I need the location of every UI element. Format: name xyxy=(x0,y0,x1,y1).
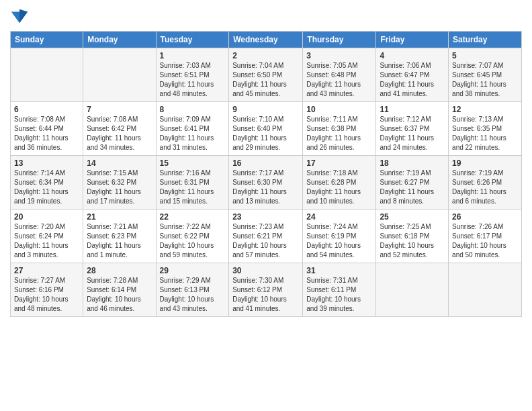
day-info: Sunrise: 7:15 AMSunset: 6:32 PMDaylight:… xyxy=(87,169,152,206)
calendar-cell: 21Sunrise: 7:21 AMSunset: 6:23 PMDayligh… xyxy=(83,210,156,263)
day-number: 25 xyxy=(380,212,445,222)
day-number: 28 xyxy=(87,266,152,275)
calendar-header-row: SundayMondayTuesdayWednesdayThursdayFrid… xyxy=(11,32,522,48)
day-number: 4 xyxy=(380,51,445,60)
calendar-cell: 10Sunrise: 7:11 AMSunset: 6:38 PMDayligh… xyxy=(303,102,376,156)
day-number: 19 xyxy=(452,158,518,168)
calendar-cell: 23Sunrise: 7:23 AMSunset: 6:21 PMDayligh… xyxy=(229,210,303,263)
day-info: Sunrise: 7:30 AMSunset: 6:12 PMDaylight:… xyxy=(232,276,299,314)
day-info: Sunrise: 7:13 AMSunset: 6:35 PMDaylight:… xyxy=(452,115,518,152)
day-number: 6 xyxy=(14,105,79,114)
calendar-cell: 25Sunrise: 7:25 AMSunset: 6:18 PMDayligh… xyxy=(376,210,449,263)
header xyxy=(10,7,522,26)
day-number: 23 xyxy=(232,212,299,222)
day-info: Sunrise: 7:24 AMSunset: 6:19 PMDaylight:… xyxy=(306,222,372,260)
calendar-cell: 14Sunrise: 7:15 AMSunset: 6:32 PMDayligh… xyxy=(83,156,156,210)
calendar-cell: 22Sunrise: 7:22 AMSunset: 6:22 PMDayligh… xyxy=(156,210,229,263)
day-number: 29 xyxy=(160,266,226,275)
day-info: Sunrise: 7:14 AMSunset: 6:34 PMDaylight:… xyxy=(14,169,79,206)
day-number: 21 xyxy=(87,212,152,222)
calendar-cell: 17Sunrise: 7:18 AMSunset: 6:28 PMDayligh… xyxy=(303,156,376,210)
calendar-cell: 20Sunrise: 7:20 AMSunset: 6:24 PMDayligh… xyxy=(11,210,83,263)
day-info: Sunrise: 7:04 AMSunset: 6:50 PMDaylight:… xyxy=(232,61,299,99)
calendar-cell: 26Sunrise: 7:26 AMSunset: 6:17 PMDayligh… xyxy=(449,210,522,263)
calendar: SundayMondayTuesdayWednesdayThursdayFrid… xyxy=(10,31,522,317)
day-info: Sunrise: 7:23 AMSunset: 6:21 PMDaylight:… xyxy=(232,222,299,260)
day-info: Sunrise: 7:18 AMSunset: 6:28 PMDaylight:… xyxy=(306,169,372,206)
day-info: Sunrise: 7:11 AMSunset: 6:38 PMDaylight:… xyxy=(306,115,372,152)
day-info: Sunrise: 7:09 AMSunset: 6:41 PMDaylight:… xyxy=(160,115,226,152)
day-info: Sunrise: 7:21 AMSunset: 6:23 PMDaylight:… xyxy=(87,222,152,260)
day-info: Sunrise: 7:17 AMSunset: 6:30 PMDaylight:… xyxy=(232,169,299,206)
calendar-cell xyxy=(11,48,83,102)
day-header-sunday: Sunday xyxy=(11,32,83,48)
calendar-cell: 15Sunrise: 7:16 AMSunset: 6:31 PMDayligh… xyxy=(156,156,229,210)
day-number: 26 xyxy=(452,212,518,222)
day-info: Sunrise: 7:08 AMSunset: 6:44 PMDaylight:… xyxy=(14,115,79,152)
calendar-cell xyxy=(83,48,156,102)
day-number: 12 xyxy=(452,105,518,114)
day-info: Sunrise: 7:22 AMSunset: 6:22 PMDaylight:… xyxy=(160,222,226,260)
calendar-week-2: 6Sunrise: 7:08 AMSunset: 6:44 PMDaylight… xyxy=(11,102,522,156)
day-number: 14 xyxy=(87,158,152,168)
day-number: 3 xyxy=(306,51,372,60)
calendar-cell: 4Sunrise: 7:06 AMSunset: 6:47 PMDaylight… xyxy=(376,48,449,102)
day-info: Sunrise: 7:12 AMSunset: 6:37 PMDaylight:… xyxy=(380,115,445,152)
day-info: Sunrise: 7:06 AMSunset: 6:47 PMDaylight:… xyxy=(380,61,445,99)
day-number: 16 xyxy=(232,158,299,168)
day-info: Sunrise: 7:20 AMSunset: 6:24 PMDaylight:… xyxy=(14,222,79,260)
calendar-cell: 31Sunrise: 7:31 AMSunset: 6:11 PMDayligh… xyxy=(303,263,376,317)
day-number: 20 xyxy=(14,212,79,222)
logo-icon xyxy=(10,7,29,26)
calendar-cell: 19Sunrise: 7:19 AMSunset: 6:26 PMDayligh… xyxy=(449,156,522,210)
calendar-cell: 30Sunrise: 7:30 AMSunset: 6:12 PMDayligh… xyxy=(229,263,303,317)
calendar-cell: 28Sunrise: 7:28 AMSunset: 6:14 PMDayligh… xyxy=(83,263,156,317)
day-number: 11 xyxy=(380,105,445,114)
svg-marker-1 xyxy=(19,9,28,24)
day-number: 10 xyxy=(306,105,372,114)
calendar-week-5: 27Sunrise: 7:27 AMSunset: 6:16 PMDayligh… xyxy=(11,263,522,317)
calendar-week-1: 1Sunrise: 7:03 AMSunset: 6:51 PMDaylight… xyxy=(11,48,522,102)
day-number: 27 xyxy=(14,266,79,275)
day-number: 17 xyxy=(306,158,372,168)
day-number: 9 xyxy=(232,105,299,114)
calendar-cell: 6Sunrise: 7:08 AMSunset: 6:44 PMDaylight… xyxy=(11,102,83,156)
day-info: Sunrise: 7:03 AMSunset: 6:51 PMDaylight:… xyxy=(160,61,226,99)
calendar-cell: 5Sunrise: 7:07 AMSunset: 6:45 PMDaylight… xyxy=(449,48,522,102)
calendar-cell: 27Sunrise: 7:27 AMSunset: 6:16 PMDayligh… xyxy=(11,263,83,317)
day-header-monday: Monday xyxy=(83,32,156,48)
day-header-thursday: Thursday xyxy=(303,32,376,48)
day-number: 15 xyxy=(160,158,226,168)
day-header-tuesday: Tuesday xyxy=(156,32,229,48)
day-number: 13 xyxy=(14,158,79,168)
day-info: Sunrise: 7:26 AMSunset: 6:17 PMDaylight:… xyxy=(452,222,518,260)
calendar-cell: 7Sunrise: 7:08 AMSunset: 6:42 PMDaylight… xyxy=(83,102,156,156)
day-info: Sunrise: 7:08 AMSunset: 6:42 PMDaylight:… xyxy=(87,115,152,152)
day-info: Sunrise: 7:05 AMSunset: 6:48 PMDaylight:… xyxy=(306,61,372,99)
day-info: Sunrise: 7:28 AMSunset: 6:14 PMDaylight:… xyxy=(87,276,152,314)
day-number: 30 xyxy=(232,266,299,275)
logo xyxy=(10,7,30,26)
calendar-cell: 16Sunrise: 7:17 AMSunset: 6:30 PMDayligh… xyxy=(229,156,303,210)
calendar-cell: 3Sunrise: 7:05 AMSunset: 6:48 PMDaylight… xyxy=(303,48,376,102)
calendar-cell: 9Sunrise: 7:10 AMSunset: 6:40 PMDaylight… xyxy=(229,102,303,156)
day-info: Sunrise: 7:29 AMSunset: 6:13 PMDaylight:… xyxy=(160,276,226,314)
day-info: Sunrise: 7:19 AMSunset: 6:27 PMDaylight:… xyxy=(380,169,445,206)
day-number: 2 xyxy=(232,51,299,60)
day-number: 31 xyxy=(306,266,372,275)
day-info: Sunrise: 7:19 AMSunset: 6:26 PMDaylight:… xyxy=(452,169,518,206)
calendar-cell: 18Sunrise: 7:19 AMSunset: 6:27 PMDayligh… xyxy=(376,156,449,210)
calendar-cell xyxy=(376,263,449,317)
day-header-saturday: Saturday xyxy=(449,32,522,48)
day-number: 18 xyxy=(380,158,445,168)
day-info: Sunrise: 7:16 AMSunset: 6:31 PMDaylight:… xyxy=(160,169,226,206)
day-number: 22 xyxy=(160,212,226,222)
day-info: Sunrise: 7:25 AMSunset: 6:18 PMDaylight:… xyxy=(380,222,445,260)
day-header-friday: Friday xyxy=(376,32,449,48)
calendar-week-3: 13Sunrise: 7:14 AMSunset: 6:34 PMDayligh… xyxy=(11,156,522,210)
day-number: 8 xyxy=(160,105,226,114)
calendar-cell: 2Sunrise: 7:04 AMSunset: 6:50 PMDaylight… xyxy=(229,48,303,102)
day-info: Sunrise: 7:27 AMSunset: 6:16 PMDaylight:… xyxy=(14,276,79,314)
day-info: Sunrise: 7:31 AMSunset: 6:11 PMDaylight:… xyxy=(306,276,372,314)
calendar-cell: 11Sunrise: 7:12 AMSunset: 6:37 PMDayligh… xyxy=(376,102,449,156)
